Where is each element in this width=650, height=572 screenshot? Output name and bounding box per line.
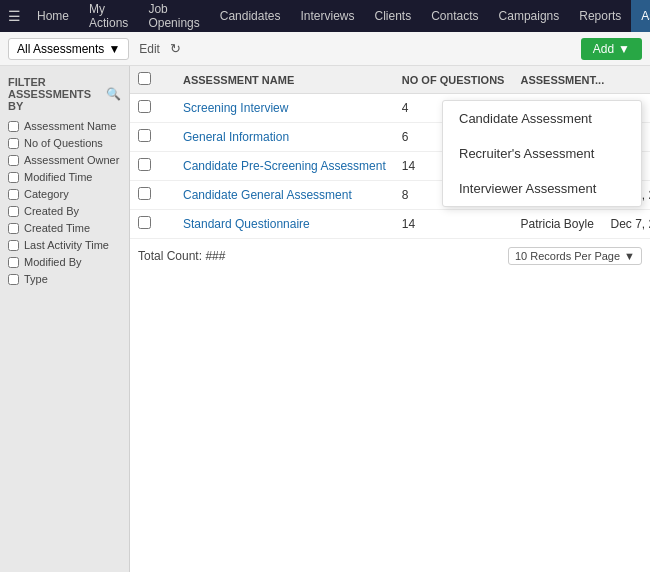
- row-questions-4: 14: [394, 210, 513, 239]
- filter-last-activity-time-checkbox[interactable]: [8, 240, 19, 251]
- filter-assessment-name-checkbox[interactable]: [8, 121, 19, 132]
- assessment-link-0[interactable]: Screening Interview: [183, 101, 288, 115]
- filter-assessment-owner-checkbox[interactable]: [8, 155, 19, 166]
- col-assessment-owner[interactable]: ASSESSMENT...: [512, 66, 650, 94]
- nav-my-actions[interactable]: My Actions: [79, 0, 138, 32]
- sidebar: FILTER ASSESSMENTS BY 🔍 Assessment Name …: [0, 66, 130, 572]
- top-nav: ☰ Home My Actions Job Openings Candidate…: [0, 0, 650, 32]
- select-all-header: [130, 66, 159, 94]
- edit-link[interactable]: Edit: [135, 42, 164, 56]
- nav-contacts[interactable]: Contacts: [421, 0, 488, 32]
- chevron-down-icon: ▼: [624, 250, 635, 262]
- table-row: Standard Questionnaire 14 Patricia Boyle…: [130, 210, 650, 239]
- add-dropdown-menu: Candidate Assessment Recruiter's Assessm…: [442, 100, 642, 207]
- toolbar: All Assessments ▼ Edit ↻ Add ▼: [0, 32, 650, 66]
- total-row: Total Count: ### 10 Records Per Page ▼: [130, 239, 650, 273]
- assessment-link-3[interactable]: Candidate General Assessment: [183, 188, 352, 202]
- filter-modified-time[interactable]: Modified Time: [8, 171, 121, 183]
- nav-assessments[interactable]: Assessments: [631, 0, 650, 32]
- row-name-3: Candidate General Assessment: [175, 181, 394, 210]
- nav-interviews[interactable]: Interviews: [290, 0, 364, 32]
- row-select-checkbox-cell: [130, 210, 159, 239]
- nav-job-openings[interactable]: Job Openings: [138, 0, 209, 32]
- col-checkbox: [159, 66, 175, 94]
- row-owner-4: Patricia Boyle Dec 7, 2018 03:33 AM: [512, 210, 650, 239]
- refresh-icon[interactable]: ↻: [170, 41, 181, 56]
- main-content: FILTER ASSESSMENTS BY 🔍 Assessment Name …: [0, 66, 650, 572]
- filter-no-of-questions-checkbox[interactable]: [8, 138, 19, 149]
- nav-candidates[interactable]: Candidates: [210, 0, 291, 32]
- filter-created-by-checkbox[interactable]: [8, 206, 19, 217]
- nav-clients[interactable]: Clients: [365, 0, 422, 32]
- row-name-0: Screening Interview: [175, 94, 394, 123]
- assessment-link-4[interactable]: Standard Questionnaire: [183, 217, 310, 231]
- col-no-of-questions[interactable]: NO OF QUESTIONS: [394, 66, 513, 94]
- search-icon[interactable]: 🔍: [106, 87, 121, 101]
- filter-created-time[interactable]: Created Time: [8, 222, 121, 234]
- filter-assessment-owner[interactable]: Assessment Owner: [8, 154, 121, 166]
- assessment-link-1[interactable]: General Information: [183, 130, 289, 144]
- add-recruiters-assessment[interactable]: Recruiter's Assessment: [443, 136, 641, 171]
- row-select-checkbox-cell: [130, 152, 159, 181]
- row-checkbox-2[interactable]: [138, 158, 151, 171]
- row-checkbox-0[interactable]: [138, 100, 151, 113]
- filter-type-checkbox[interactable]: [8, 274, 19, 285]
- assessment-link-2[interactable]: Candidate Pre-Screening Assessment: [183, 159, 386, 173]
- chevron-down-icon: ▼: [108, 42, 120, 56]
- filter-last-activity-time[interactable]: Last Activity Time: [8, 239, 121, 251]
- filter-header: FILTER ASSESSMENTS BY 🔍: [8, 76, 121, 112]
- row-checkbox-1[interactable]: [138, 129, 151, 142]
- filter-no-of-questions[interactable]: No of Questions: [8, 137, 121, 149]
- hamburger-icon[interactable]: ☰: [8, 8, 21, 24]
- row-checkbox-4[interactable]: [138, 216, 151, 229]
- nav-home[interactable]: Home: [27, 0, 79, 32]
- row-name-1: General Information: [175, 123, 394, 152]
- all-assessments-dropdown[interactable]: All Assessments ▼: [8, 38, 129, 60]
- select-all-checkbox[interactable]: [138, 72, 151, 85]
- filter-created-by[interactable]: Created By: [8, 205, 121, 217]
- total-count-label: Total Count: ###: [138, 249, 225, 263]
- filter-modified-time-checkbox[interactable]: [8, 172, 19, 183]
- row-icon-1: [159, 123, 175, 152]
- row-checkbox-3[interactable]: [138, 187, 151, 200]
- col-assessment-name[interactable]: ASSESSMENT NAME: [175, 66, 394, 94]
- row-icon-3: [159, 181, 175, 210]
- filter-modified-by[interactable]: Modified By: [8, 256, 121, 268]
- filter-category-checkbox[interactable]: [8, 189, 19, 200]
- filter-assessment-name[interactable]: Assessment Name: [8, 120, 121, 132]
- chevron-down-icon: ▼: [618, 42, 630, 56]
- nav-campaigns[interactable]: Campaigns: [489, 0, 570, 32]
- table-area: ASSESSMENT NAME NO OF QUESTIONS ASSESSME…: [130, 66, 650, 572]
- row-select-checkbox-cell: [130, 123, 159, 152]
- row-icon-2: [159, 152, 175, 181]
- filter-category[interactable]: Category: [8, 188, 121, 200]
- row-name-2: Candidate Pre-Screening Assessment: [175, 152, 394, 181]
- row-icon-0: [159, 94, 175, 123]
- filter-created-time-checkbox[interactable]: [8, 223, 19, 234]
- add-candidate-assessment[interactable]: Candidate Assessment: [443, 101, 641, 136]
- nav-reports[interactable]: Reports: [569, 0, 631, 32]
- add-button[interactable]: Add ▼: [581, 38, 642, 60]
- row-icon-4: [159, 210, 175, 239]
- row-select-checkbox-cell: [130, 181, 159, 210]
- row-name-4: Standard Questionnaire: [175, 210, 394, 239]
- filter-type[interactable]: Type: [8, 273, 121, 285]
- row-select-checkbox-cell: [130, 94, 159, 123]
- records-per-page-dropdown[interactable]: 10 Records Per Page ▼: [508, 247, 642, 265]
- filter-modified-by-checkbox[interactable]: [8, 257, 19, 268]
- add-interviewer-assessment[interactable]: Interviewer Assessment: [443, 171, 641, 206]
